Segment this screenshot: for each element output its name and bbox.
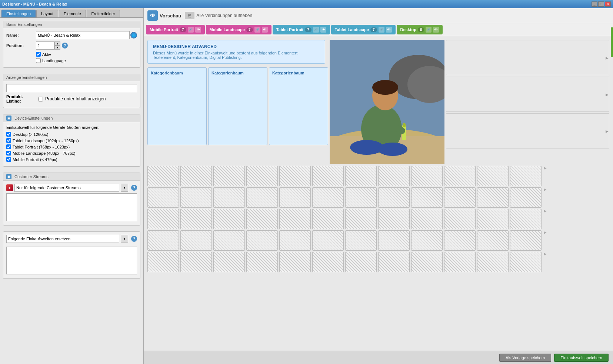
hatch-5-11[interactable] xyxy=(477,252,509,272)
kategorienbaum-1[interactable]: Kategorienbaum xyxy=(147,67,207,145)
tab-tablet-landscape[interactable]: Tablet Landscape 7 🔗 👁 xyxy=(331,25,396,34)
position-up[interactable]: ▲ xyxy=(54,41,60,46)
hatch-4-10[interactable] xyxy=(444,230,476,251)
hatch-2-11[interactable] xyxy=(477,187,509,208)
hatch-5-12[interactable] xyxy=(510,252,542,272)
preview-button[interactable]: 👁 Vorschau xyxy=(147,10,181,21)
hatch-3-6[interactable] xyxy=(312,209,344,229)
tab-elemente[interactable]: Elemente xyxy=(59,10,86,17)
hatch-5-5[interactable] xyxy=(279,252,311,272)
hatch-5-3[interactable] xyxy=(213,252,245,272)
hatch-1-4[interactable] xyxy=(246,166,278,186)
hatch-3-12[interactable] xyxy=(510,209,542,229)
hatch-4-6[interactable] xyxy=(312,230,344,251)
close-button[interactable]: ✕ xyxy=(605,1,611,7)
hatch-1-1[interactable] xyxy=(147,166,179,186)
hatch-1-9[interactable] xyxy=(411,166,443,186)
kategorienbaum-3[interactable]: Kategorienbaum xyxy=(269,67,328,145)
small-block-1[interactable] xyxy=(446,40,609,75)
anzeige-dropdown[interactable] xyxy=(6,84,137,92)
hatch-5-4[interactable] xyxy=(246,252,278,272)
hatch-5-1[interactable] xyxy=(147,252,179,272)
hatch-3-5[interactable] xyxy=(279,209,311,229)
hatch-4-5[interactable] xyxy=(279,230,311,251)
tab-mobile-portrait[interactable]: Mobile Portrait 7 🔗 👁 xyxy=(146,25,205,34)
minimize-button[interactable]: _ xyxy=(592,1,597,7)
resize-handle[interactable] xyxy=(611,27,613,57)
hatch-3-9[interactable] xyxy=(411,209,443,229)
device-desktop-checkbox[interactable] xyxy=(6,132,11,137)
kategorienbaum-2[interactable]: Kategorienbaum xyxy=(208,67,267,145)
hatch-2-2[interactable] xyxy=(180,187,212,208)
einkaufswelten-help[interactable]: ? xyxy=(131,236,137,242)
hatch-4-3[interactable] xyxy=(213,230,245,251)
hatch-4-8[interactable] xyxy=(378,230,410,251)
hatch-1-5[interactable] xyxy=(279,166,311,186)
hatch-3-8[interactable] xyxy=(378,209,410,229)
cs-dropdown[interactable]: Nur für folgende Customer Streams xyxy=(14,184,119,192)
tab-mobile-landscape[interactable]: Mobile Landscape 7 🔗 👁 xyxy=(206,25,271,34)
hatch-1-10[interactable] xyxy=(444,166,476,186)
cs-help-icon[interactable]: ? xyxy=(131,185,137,191)
hatch-4-12[interactable] xyxy=(510,230,542,251)
hatch-2-8[interactable] xyxy=(378,187,410,208)
landingpage-checkbox[interactable] xyxy=(36,58,41,63)
hatch-3-4[interactable] xyxy=(246,209,278,229)
aktiv-checkbox[interactable] xyxy=(36,52,41,57)
hatch-3-1[interactable] xyxy=(147,209,179,229)
hatch-2-3[interactable] xyxy=(213,187,245,208)
tab-einstellungen[interactable]: Einstellungen xyxy=(1,10,36,17)
hatch-4-9[interactable] xyxy=(411,230,443,251)
tab-layout[interactable]: Layout xyxy=(36,10,58,17)
hatch-2-12[interactable] xyxy=(510,187,542,208)
hatch-2-4[interactable] xyxy=(246,187,278,208)
small-block-2[interactable] xyxy=(446,77,609,112)
small-block-3[interactable] xyxy=(446,113,609,148)
hatch-2-9[interactable] xyxy=(411,187,443,208)
tab-desktop[interactable]: Desktop 0 🔗 👁 xyxy=(397,25,443,34)
hatch-4-4[interactable] xyxy=(246,230,278,251)
hatch-2-1[interactable] xyxy=(147,187,179,208)
device-mobile-portrait-checkbox[interactable] xyxy=(6,157,11,162)
cs-dropdown-arrow[interactable]: ▼ xyxy=(121,184,128,192)
cs-textarea[interactable] xyxy=(6,193,137,221)
device-mobile-landscape-checkbox[interactable] xyxy=(6,151,11,156)
position-down[interactable]: ▼ xyxy=(54,46,60,50)
save-template-button[interactable]: Als Vorlage speichern xyxy=(499,354,551,362)
hatch-1-11[interactable] xyxy=(477,166,509,186)
einkaufswelten-dropdown[interactable]: Folgende Einkaufswelten ersetzen xyxy=(6,235,119,243)
position-help-icon[interactable]: ? xyxy=(62,43,68,49)
disconnect-button[interactable]: ⛓ Alle Verbindungen aufheben xyxy=(185,12,252,19)
position-spinner[interactable]: ▲ ▼ xyxy=(54,41,60,50)
produkt-checkbox[interactable] xyxy=(38,97,43,101)
hatch-3-2[interactable] xyxy=(180,209,212,229)
hatch-2-5[interactable] xyxy=(279,187,311,208)
hatch-5-2[interactable] xyxy=(180,252,212,272)
einkaufswelten-arrow[interactable]: ▼ xyxy=(121,235,128,243)
save-world-button[interactable]: Einkaufswelt speichern xyxy=(554,354,609,362)
position-input[interactable] xyxy=(36,41,54,50)
hatch-1-3[interactable] xyxy=(213,166,245,186)
tab-freitextfelder[interactable]: Freitextfelder xyxy=(87,10,120,17)
device-tablet-portrait-checkbox[interactable] xyxy=(6,144,11,149)
hatch-1-12[interactable] xyxy=(510,166,542,186)
hatch-5-6[interactable] xyxy=(312,252,344,272)
tab-tablet-portrait[interactable]: Tablet Portrait 7 🔗 👁 xyxy=(273,25,330,34)
name-input[interactable] xyxy=(36,31,130,39)
hatch-3-10[interactable] xyxy=(444,209,476,229)
hatch-1-2[interactable] xyxy=(180,166,212,186)
device-tablet-landscape-checkbox[interactable] xyxy=(6,138,11,143)
hatch-2-10[interactable] xyxy=(444,187,476,208)
hatch-5-9[interactable] xyxy=(411,252,443,272)
hatch-4-11[interactable] xyxy=(477,230,509,251)
hatch-2-6[interactable] xyxy=(312,187,344,208)
hatch-2-7[interactable] xyxy=(345,187,377,208)
hatch-5-7[interactable] xyxy=(345,252,377,272)
hatch-1-8[interactable] xyxy=(378,166,410,186)
maximize-button[interactable]: □ xyxy=(598,1,604,7)
hatch-5-8[interactable] xyxy=(378,252,410,272)
hatch-4-1[interactable] xyxy=(147,230,179,251)
hatch-1-7[interactable] xyxy=(345,166,377,186)
einkaufswelten-textarea[interactable] xyxy=(6,247,137,274)
hatch-3-7[interactable] xyxy=(345,209,377,229)
